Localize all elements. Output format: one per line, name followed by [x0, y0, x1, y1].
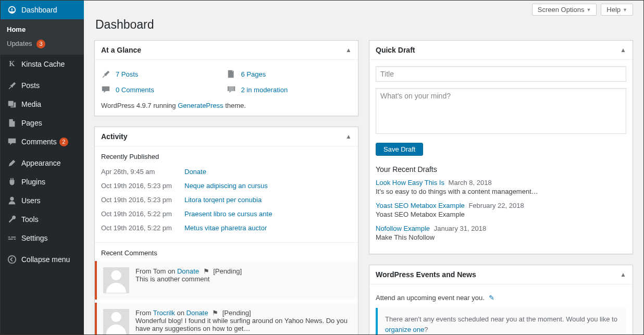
comment-post-link[interactable]: Donate	[187, 309, 208, 317]
comment-icon	[101, 85, 112, 94]
pages-link[interactable]: 6 Pages	[241, 70, 266, 78]
sidebar-item-label: Settings	[21, 234, 48, 242]
page-icon	[227, 69, 237, 79]
help-button[interactable]: Help ▼	[601, 4, 633, 16]
sidebar-item-settings[interactable]: Settings	[1, 229, 84, 247]
pin-icon	[101, 69, 112, 79]
draft-link[interactable]: Look How Easy This Is	[376, 179, 444, 187]
main-content: Screen Options ▼ Help ▼ Dashboard At a G…	[84, 1, 643, 334]
published-link[interactable]: Praesent libro se cursus ante	[184, 210, 272, 218]
comment-post-link[interactable]: Donate	[177, 267, 199, 275]
sidebar-item-label: Kinsta Cache	[21, 60, 65, 68]
dashboard-submenu: Home Updates 3	[1, 19, 84, 55]
comment-text: Wonderful blog! I found it while surfing…	[135, 317, 352, 332]
recent-drafts-heading: Your Recent Drafts	[376, 165, 626, 173]
toggle-up-icon[interactable]: ▲	[345, 133, 352, 140]
screen-options-button[interactable]: Screen Options ▼	[532, 4, 597, 16]
organize-event-link[interactable]: organize one	[385, 326, 424, 333]
published-item: Apr 26th, 9:45 am Donate	[101, 165, 352, 179]
events-empty-notice: There aren't any events scheduled near y…	[376, 308, 626, 334]
published-list: Apr 26th, 9:45 am Donate Oct 19th 2016, …	[101, 165, 352, 235]
sidebar-item-label: Comments	[21, 138, 57, 146]
posts-link[interactable]: 7 Posts	[116, 70, 138, 78]
avatar	[103, 309, 129, 334]
sidebar-item-comments[interactable]: Comments 2	[1, 132, 84, 151]
page-icon	[7, 118, 17, 128]
draft-date: January 31, 2018	[434, 225, 486, 232]
published-item: Oct 19th 2016, 5:22 pm Metus vitae phare…	[101, 221, 352, 235]
toggle-up-icon[interactable]: ▲	[345, 46, 352, 54]
comment-author-link[interactable]: Trocrilk	[153, 309, 175, 317]
sidebar-item-users[interactable]: Users	[1, 191, 84, 210]
events-news-box: WordPress Events and News ▲ Attend an up…	[369, 265, 633, 334]
moderation-link[interactable]: 2 in moderation	[241, 86, 288, 94]
published-link[interactable]: Neque adipiscing an cursus	[184, 182, 268, 190]
draft-item: Yoast SEO Metabox Example February 22, 2…	[376, 202, 626, 218]
published-link[interactable]: Litora torqent per conubia	[184, 196, 262, 204]
sidebar-item-label: Tools	[21, 215, 39, 224]
comment-item[interactable]: From Trocrilk on Donate ⚑ [Pending] Wond…	[95, 303, 358, 334]
events-title: WordPress Events and News	[376, 270, 476, 279]
sidebar-item-plugins[interactable]: Plugins	[1, 172, 84, 191]
published-item: Oct 19th 2016, 5:23 pm Neque adipiscing …	[101, 179, 352, 193]
settings-icon	[7, 233, 17, 243]
published-item: Oct 19th 2016, 5:23 pm Litora torqent pe…	[101, 193, 352, 207]
pencil-icon[interactable]: ✎	[489, 294, 494, 302]
sidebar-item-posts[interactable]: Posts	[1, 76, 84, 95]
sidebar-item-pages[interactable]: Pages	[1, 114, 84, 132]
theme-link[interactable]: GeneratePress	[178, 102, 223, 109]
chevron-down-icon: ▼	[623, 7, 627, 13]
moderation-icon	[227, 85, 237, 94]
draft-title-input[interactable]	[376, 66, 626, 82]
sidebar-item-dashboard[interactable]: Dashboard	[1, 1, 84, 19]
chevron-down-icon: ▼	[586, 7, 591, 13]
toggle-up-icon[interactable]: ▲	[620, 271, 626, 278]
flag-icon: ⚑	[212, 309, 218, 317]
kinsta-icon: K	[7, 59, 17, 69]
draft-item: Look How Easy This Is March 8, 2018 It's…	[376, 179, 626, 195]
draft-content-textarea[interactable]	[376, 88, 626, 134]
sidebar-item-kinsta-cache[interactable]: K Kinsta Cache	[1, 55, 84, 73]
activity-title: Activity	[101, 132, 128, 141]
draft-item: Nofollow Example January 31, 2018 Make T…	[376, 225, 626, 241]
save-draft-button[interactable]: Save Draft	[376, 143, 423, 156]
comments-badge: 2	[59, 138, 68, 146]
sidebar-item-label: Pages	[21, 119, 42, 127]
comment-item[interactable]: From Tom on Donate ⚑ [Pending] This is a…	[95, 261, 358, 300]
published-item: Oct 19th 2016, 5:22 pm Praesent libro se…	[101, 207, 352, 221]
sidebar-item-tools[interactable]: Tools	[1, 210, 84, 229]
sidebar-item-label: Posts	[21, 81, 40, 90]
sidebar-item-label: Plugins	[21, 178, 45, 186]
recently-published-heading: Recently Published	[101, 153, 352, 160]
draft-link[interactable]: Nofollow Example	[376, 225, 430, 232]
draft-date: February 22, 2018	[468, 202, 524, 209]
topbar: Screen Options ▼ Help ▼	[94, 1, 633, 16]
comments-link[interactable]: 0 Comments	[116, 86, 154, 94]
page-title: Dashboard	[95, 18, 633, 32]
toggle-up-icon[interactable]: ▲	[620, 46, 626, 54]
flag-icon: ⚑	[203, 267, 209, 275]
admin-sidebar: Dashboard Home Updates 3 K Kinsta Cache …	[1, 1, 84, 334]
draft-excerpt: It's so easy to do things with a content…	[376, 188, 626, 195]
sidebar-item-label: Collapse menu	[21, 255, 70, 264]
pin-icon	[7, 80, 17, 91]
comment-text: This is another comment	[135, 275, 352, 283]
submenu-home[interactable]: Home	[1, 22, 84, 36]
sidebar-item-appearance[interactable]: Appearance	[1, 154, 84, 172]
sidebar-item-media[interactable]: Media	[1, 95, 84, 114]
submenu-updates[interactable]: Updates 3	[1, 36, 84, 52]
published-link[interactable]: Metus vitae pharetra auctor	[184, 224, 267, 232]
draft-excerpt: Make This Nofollow	[376, 233, 626, 241]
sidebar-item-collapse[interactable]: Collapse menu	[1, 250, 84, 269]
plugin-icon	[7, 177, 17, 187]
comment-meta: From Trocrilk on Donate ⚑ [Pending]	[135, 309, 352, 317]
activity-box: Activity ▲ Recently Published Apr 26th, …	[94, 127, 358, 334]
comment-icon	[7, 137, 17, 147]
sidebar-item-label: Media	[21, 100, 41, 108]
at-a-glance-title: At a Glance	[101, 46, 141, 54]
published-link[interactable]: Donate	[184, 168, 206, 176]
sidebar-item-label: Users	[21, 196, 41, 205]
dashboard-icon	[7, 5, 17, 15]
draft-link[interactable]: Yoast SEO Metabox Example	[376, 202, 465, 209]
avatar	[103, 267, 129, 293]
